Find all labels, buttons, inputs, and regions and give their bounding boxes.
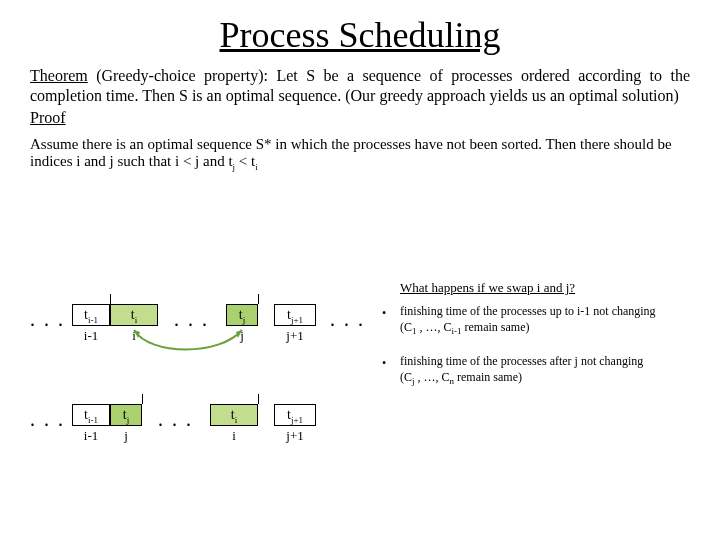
tick-icon — [258, 394, 259, 404]
bullet-2: finishing time of the processes after j … — [400, 354, 690, 388]
assume-body: Assume there is an optimal sequence S* i… — [30, 136, 672, 169]
diagram-area: . . . ti-1 i-1 ti i . . . tj j tj+1 j+1 … — [30, 280, 690, 530]
ellipsis-icon: . . . — [330, 308, 365, 331]
cap2-j: j — [110, 428, 142, 444]
cap2-i: i — [210, 428, 258, 444]
theorem-text: Theorem (Greedy-choice property): Let S … — [30, 66, 690, 106]
swap-arrow-icon — [110, 324, 260, 364]
box2-tj1: tj+1 — [274, 404, 316, 426]
box2-ti-1: ti-1 — [72, 404, 110, 426]
cap-i-1: i-1 — [72, 328, 110, 344]
tick-icon — [258, 294, 259, 304]
box-tj: tj — [226, 304, 258, 326]
box-ti: ti — [110, 304, 158, 326]
theorem-label: Theorem — [30, 67, 88, 84]
cap2-i-1: i-1 — [72, 428, 110, 444]
cap-j1: j+1 — [274, 328, 316, 344]
box2-tj: tj — [110, 404, 142, 426]
box-tj1: tj+1 — [274, 304, 316, 326]
box2-ti: ti — [210, 404, 258, 426]
cap2-j1: j+1 — [274, 428, 316, 444]
bullet-icon: • — [382, 306, 386, 321]
theorem-body: (Greedy-choice property): Let S be a seq… — [30, 67, 690, 104]
bullet-icon: • — [382, 356, 386, 371]
bullet-1: finishing time of the processes up to i-… — [400, 304, 690, 338]
slide-title: Process Scheduling — [30, 14, 690, 56]
tick-icon — [142, 394, 143, 404]
proof-label: Proof — [30, 108, 690, 128]
swap-question: What happens if we swap i and j? — [400, 280, 575, 296]
ellipsis-icon: . . . — [158, 408, 193, 431]
ellipsis-icon: . . . — [30, 308, 65, 331]
assume-tail: < t — [235, 153, 255, 169]
assume-text: Assume there is an optimal sequence S* i… — [30, 136, 690, 172]
tick-icon — [110, 294, 111, 304]
box-ti-1: ti-1 — [72, 304, 110, 326]
ellipsis-icon: . . . — [30, 408, 65, 431]
